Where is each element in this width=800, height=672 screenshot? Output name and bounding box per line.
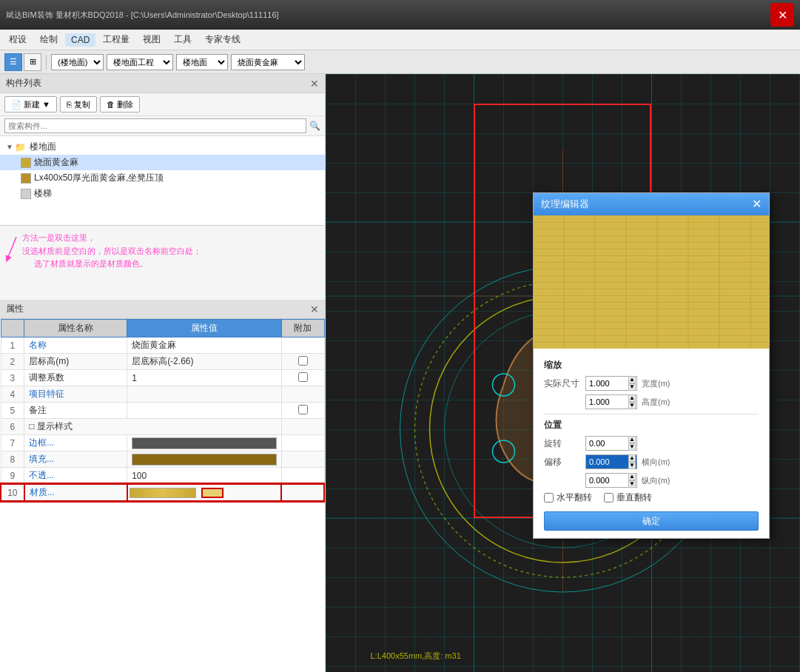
tree-item-label-3: 楼梯 <box>34 187 52 200</box>
tree-item-1[interactable]: 烧面黄金麻 <box>0 155 325 170</box>
tree-item-root[interactable]: ▼ 📁 楼地面 <box>0 139 325 155</box>
rotation-input[interactable]: 0.00 <box>588 439 628 448</box>
row-num-9: 9 <box>1 468 24 485</box>
prop-extra-10 <box>281 484 324 501</box>
material-type-dropdown[interactable]: 烧面黄金麻 <box>231 54 305 70</box>
menu-item-huizhi[interactable]: 绘制 <box>34 32 64 47</box>
flip-checkboxes-row: 水平翻转 垂直翻转 <box>544 491 759 504</box>
surface-type-dropdown[interactable]: 楼地面 <box>176 54 228 70</box>
rotation-spin-up[interactable]: ▲ <box>628 436 636 443</box>
new-component-button[interactable]: 📄 新建 ▼ <box>4 96 57 112</box>
prop-name-5: 备注 <box>24 403 127 419</box>
width-spin-down[interactable]: ▼ <box>628 383 636 391</box>
vertical-unit-label: 纵向(m) <box>642 475 671 486</box>
offset-v-input[interactable]: 0.000 <box>588 476 628 485</box>
prop-row-9: 9 不透... 100 <box>1 468 324 485</box>
prop-extra-7 <box>281 435 324 451</box>
offset-h-input[interactable]: 0.000 <box>588 457 628 466</box>
window-close-button[interactable]: ✕ <box>770 3 794 27</box>
rotation-spin-down[interactable]: ▼ <box>628 443 636 451</box>
col-header-name: 属性名称 <box>24 320 127 337</box>
prop-value-10 <box>127 484 281 501</box>
prop-check-2[interactable] <box>298 356 308 366</box>
height-input[interactable]: 1.000 <box>588 397 628 406</box>
new-dropdown-icon: ▼ <box>42 100 50 109</box>
offset-h-spin-down[interactable]: ▼ <box>628 462 636 469</box>
texture-preview <box>534 215 769 349</box>
width-input[interactable]: 1.000 <box>588 379 628 388</box>
tree-item-label-1: 烧面黄金麻 <box>34 156 78 169</box>
tree-item-3[interactable]: 楼梯 <box>0 186 325 201</box>
offset-v-spin-up[interactable]: ▲ <box>628 473 636 480</box>
width-spin-up[interactable]: ▲ <box>628 376 636 383</box>
material-swatch-accent <box>201 488 223 498</box>
floor-type-dropdown[interactable]: (楼地面) <box>51 54 104 70</box>
col-header-value: 属性值 <box>127 320 281 337</box>
search-icon[interactable]: 🔍 <box>309 121 320 131</box>
texture-dialog-title: 纹理编辑器 <box>541 198 589 211</box>
col-header-num <box>1 320 24 337</box>
prop-extra-1 <box>281 337 324 354</box>
actual-size-label: 实际尺寸 <box>544 377 581 390</box>
title-text: 斌达BIM装饰 量材积木BDQ2018 - [C:\Users\Administ… <box>6 10 279 21</box>
tree-item-2[interactable]: Lx400x50厚光面黄金麻,坐凳压顶 <box>0 170 325 186</box>
width-spin-buttons: ▲ ▼ <box>628 376 636 391</box>
search-input[interactable] <box>4 118 306 133</box>
prop-check-3[interactable] <box>298 372 308 382</box>
prop-value-3: 1 <box>127 370 281 386</box>
menu-item-gongju[interactable]: 工具 <box>168 32 198 47</box>
view-list-button[interactable]: ☰ <box>4 53 22 71</box>
prop-value-4 <box>127 386 281 403</box>
flip-v-checkbox[interactable] <box>604 493 614 503</box>
menu-item-zhuanjia[interactable]: 专家专线 <box>199 32 246 47</box>
delete-component-button[interactable]: 🗑 删除 <box>100 96 140 112</box>
offset-h-row: 偏移 0.000 ▲ ▼ 横向(m) <box>544 454 759 469</box>
component-list-close-icon[interactable]: ✕ <box>310 78 319 90</box>
col-header-extra: 附加 <box>281 320 324 337</box>
menu-item-chengshè[interactable]: 程设 <box>3 32 33 47</box>
row-num-2: 2 <box>1 354 24 370</box>
title-controls: ✕ <box>770 3 794 27</box>
height-spin-up[interactable]: ▲ <box>628 394 636 402</box>
prop-name-9[interactable]: 不透... <box>24 468 127 485</box>
prop-name-7[interactable]: 边框... <box>24 435 127 451</box>
prop-check-5[interactable] <box>298 405 308 414</box>
annotation-area: 方法一是双击这里， 没选材质前是空白的，所以是双击名称前空白处； 选了材质就显示… <box>0 226 325 300</box>
height-spin-down[interactable]: ▼ <box>628 402 636 409</box>
prop-row-7: 7 边框... <box>1 435 324 451</box>
prop-value-5 <box>127 403 281 419</box>
row-num-8: 8 <box>1 451 24 468</box>
prop-name-1[interactable]: 名称 <box>24 337 127 354</box>
confirm-button[interactable]: 确定 <box>544 511 759 531</box>
properties-close-icon[interactable]: ✕ <box>310 303 319 315</box>
main-toolbar: ☰ ⊞ (楼地面) 楼地面工程 楼地面 烧面黄金麻 <box>0 50 800 74</box>
prop-extra-5 <box>281 403 324 419</box>
prop-name-6: □ 显示样式 <box>24 419 281 435</box>
copy-component-button[interactable]: ⎘ 复制 <box>60 96 97 112</box>
main-area: 构件列表 ✕ 📄 新建 ▼ ⎘ 复制 🗑 删除 <box>0 74 800 672</box>
view-grid-button[interactable]: ⊞ <box>24 53 41 71</box>
row-num-3: 3 <box>1 370 24 386</box>
menu-item-cad[interactable]: CAD <box>65 33 95 47</box>
prop-row-2: 2 层标高(m) 层底标高(-2.66) <box>1 354 324 370</box>
prop-name-10[interactable]: 材质... <box>24 484 127 501</box>
rotation-spin-buttons: ▲ ▼ <box>628 436 636 451</box>
flip-h-checkbox[interactable] <box>544 493 554 503</box>
texture-dialog-close-button[interactable]: ✕ <box>752 198 762 210</box>
texture-dialog-header: 纹理编辑器 ✕ <box>534 193 769 215</box>
project-type-dropdown[interactable]: 楼地面工程 <box>107 54 173 70</box>
tree-arrow-root[interactable]: ▼ <box>6 143 13 151</box>
prop-value-9: 100 <box>127 468 281 485</box>
copy-icon: ⎘ <box>67 100 72 109</box>
offset-h-spin-up[interactable]: ▲ <box>628 454 636 462</box>
row-num-4: 4 <box>1 386 24 403</box>
prop-name-4[interactable]: 项目特征 <box>24 386 127 403</box>
height-unit-label: 高度(m) <box>642 397 671 408</box>
prop-name-2: 层标高(m) <box>24 354 127 370</box>
left-panel: 构件列表 ✕ 📄 新建 ▼ ⎘ 复制 🗑 删除 <box>0 74 326 672</box>
prop-name-8[interactable]: 填充... <box>24 451 127 468</box>
menu-item-shitu[interactable]: 视图 <box>137 32 167 47</box>
offset-v-spin-down[interactable]: ▼ <box>628 480 636 488</box>
rotation-spinner: 0.00 ▲ ▼ <box>585 436 637 451</box>
menu-item-gongliang[interactable]: 工程量 <box>97 32 135 47</box>
